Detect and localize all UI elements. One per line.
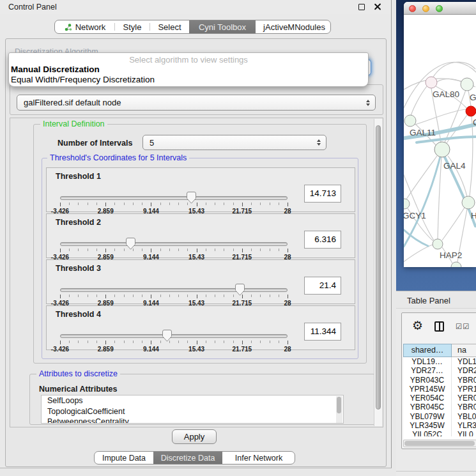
gear-icon[interactable]: ⚙ xyxy=(412,318,423,333)
slider-track[interactable] xyxy=(60,334,288,338)
attribute-item[interactable]: SelfLoops xyxy=(42,395,343,406)
network-edge[interactable] xyxy=(470,116,473,196)
table-row[interactable]: YLR345WYLR3 xyxy=(403,421,476,430)
dropdown-option-equal-width-frequency-discretization[interactable]: Equal Width/Frequency Discretization xyxy=(9,75,368,85)
slider-thumb[interactable] xyxy=(126,238,135,250)
dropdown-option-manual-discretization[interactable]: Manual Discretization xyxy=(9,65,368,75)
slider-ticks xyxy=(60,341,288,345)
table-row[interactable]: YDL19…YDL1 xyxy=(403,357,476,366)
tab-select[interactable]: Select xyxy=(150,20,189,33)
table-row[interactable]: YBR043CYBR0 xyxy=(403,376,476,385)
dropdown-placeholder: Select algorithm to view settings xyxy=(9,53,368,65)
tick-mark xyxy=(251,341,252,343)
table-row[interactable]: YIL052CYIL0 xyxy=(403,430,476,436)
network-node[interactable] xyxy=(466,106,476,116)
network-edge-highlighted[interactable] xyxy=(404,226,428,246)
table-row[interactable]: YBR045CYBR0 xyxy=(403,403,476,411)
float-window-icon[interactable] xyxy=(358,4,365,10)
tick-mark xyxy=(151,249,151,252)
tab-label: Style xyxy=(123,22,142,32)
mode-tab-impute-data[interactable]: Impute Data xyxy=(95,452,153,464)
network-edge[interactable] xyxy=(438,157,441,239)
tick-mark xyxy=(69,295,70,297)
mode-tab-discretize-data[interactable]: Discretize Data xyxy=(153,452,222,464)
numerical-attributes-list[interactable]: SelfLoopsTopologicalCoefficientBetweenne… xyxy=(41,395,344,424)
table-cell: YDR27… xyxy=(403,366,452,375)
threshold-row: Threshold 3-3.4262.8599.14415.4321.71528… xyxy=(46,259,355,304)
threshold-slider[interactable]: -3.4262.8599.14415.4321.71528 xyxy=(60,286,288,305)
network-node[interactable] xyxy=(433,239,443,249)
apply-button[interactable]: Apply xyxy=(172,429,217,444)
network-edge[interactable] xyxy=(404,245,433,265)
network-node[interactable] xyxy=(404,199,410,209)
table-row[interactable]: YBL079WYBL0 xyxy=(403,412,476,421)
scrollbar-thumb[interactable] xyxy=(337,397,341,413)
slider-thumb[interactable] xyxy=(187,192,196,204)
table-cell: YER0 xyxy=(452,394,476,403)
table-row[interactable]: YER054CYER0 xyxy=(403,394,476,403)
tick-mark xyxy=(88,249,88,251)
tick-mark xyxy=(242,249,243,252)
network-node[interactable] xyxy=(461,78,473,91)
mac-minimize-icon[interactable] xyxy=(422,5,429,12)
settings-scrollbar[interactable] xyxy=(374,119,382,426)
table-header-row: shared… na xyxy=(403,344,476,357)
slider-ticks xyxy=(60,249,288,253)
tab-style[interactable]: Style xyxy=(115,20,150,33)
threshold-value-field[interactable]: 11.344 xyxy=(304,323,341,341)
slider-track[interactable] xyxy=(60,196,288,200)
mac-zoom-icon[interactable] xyxy=(436,5,443,12)
table-column-header[interactable]: shared… xyxy=(403,344,452,357)
table-data-combobox[interactable]: galFiltered.sif default node xyxy=(17,95,376,111)
slider-thumb[interactable] xyxy=(235,284,245,296)
threshold-row: Threshold 4-3.4262.8599.14415.4321.71528… xyxy=(46,305,355,350)
tab-jactivemnodules[interactable]: jActiveMNodules xyxy=(256,20,331,33)
slider-track[interactable] xyxy=(60,288,288,292)
network-node[interactable] xyxy=(434,142,450,157)
network-edge-highlighted[interactable] xyxy=(417,137,476,142)
network-node[interactable] xyxy=(451,262,461,267)
tab-cyni-toolbox[interactable]: Cyni Toolbox xyxy=(189,20,256,33)
network-node[interactable] xyxy=(404,115,416,127)
table-column-header[interactable]: na xyxy=(452,344,476,357)
tab-label: Cyni Toolbox xyxy=(199,22,246,32)
mac-close-icon[interactable] xyxy=(409,5,416,12)
panel-divider xyxy=(396,471,476,472)
close-window-icon[interactable] xyxy=(374,3,381,10)
table-row[interactable]: YPR145WYPR1 xyxy=(403,385,476,394)
table-cell: YDL1 xyxy=(452,357,476,366)
attribute-item[interactable]: BetweennessCentrality xyxy=(42,417,343,424)
network-node[interactable] xyxy=(426,77,437,88)
number-of-intervals-combobox[interactable]: 5 xyxy=(142,135,326,150)
slider-track[interactable] xyxy=(60,242,288,246)
table-hscrollbar[interactable] xyxy=(403,440,476,447)
network-canvas[interactable]: GAL80GACGAL11GAL4GCY1HHAP2 xyxy=(404,15,476,267)
scrollbar-thumb[interactable] xyxy=(404,441,475,446)
tab-network[interactable]: Network xyxy=(55,20,114,33)
attribute-item[interactable]: TopologicalCoefficient xyxy=(42,406,343,417)
tick-mark xyxy=(124,341,125,343)
scrollbar-thumb[interactable] xyxy=(376,125,381,410)
network-edge[interactable] xyxy=(442,208,464,240)
mode-tab-infer-network[interactable]: Infer Network xyxy=(222,452,295,464)
network-node-label: H xyxy=(471,211,476,220)
checkboxes-icon[interactable]: ☑☑ xyxy=(456,322,470,331)
threshold-slider[interactable]: -3.4262.8599.14415.4321.71528 xyxy=(60,194,288,213)
tick-mark xyxy=(78,341,79,343)
network-node[interactable] xyxy=(462,196,475,209)
threshold-value-field[interactable]: 14.713 xyxy=(304,185,341,203)
threshold-slider[interactable]: -3.4262.8599.14415.4321.71528 xyxy=(60,240,288,259)
threshold-label: Threshold 4 xyxy=(56,310,101,319)
slider-thumb[interactable] xyxy=(162,330,172,342)
tick-mark xyxy=(242,203,243,206)
threshold-slider[interactable]: -3.4262.8599.14415.4321.71528 xyxy=(60,332,288,351)
table-rows: YDL19…YDL1YDR27…YDR2YBR043CYBR0YPR145WYP… xyxy=(403,357,476,436)
split-columns-icon[interactable] xyxy=(434,321,444,332)
tick-mark xyxy=(233,249,234,251)
threshold-value-field[interactable]: 6.316 xyxy=(304,231,341,249)
table-row[interactable]: YDR27…YDR2 xyxy=(403,366,476,375)
slider-tick-labels: -3.4262.8599.14415.4321.71528 xyxy=(60,346,288,353)
network-edge[interactable] xyxy=(433,62,475,78)
threshold-value-field[interactable]: 21.4 xyxy=(304,277,341,295)
attributes-scrollbar[interactable] xyxy=(336,396,342,423)
